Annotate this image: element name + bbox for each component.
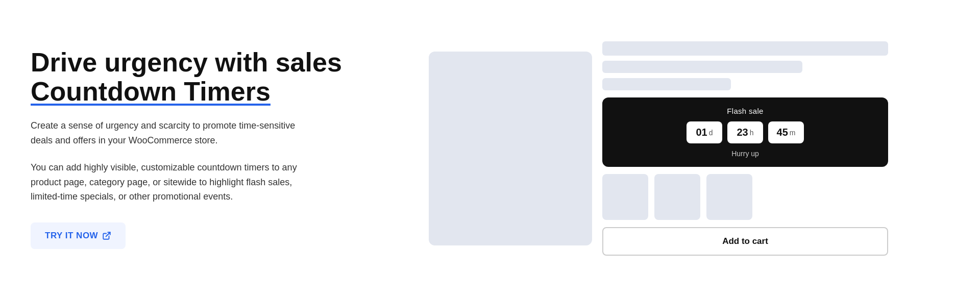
detail-bar-price (602, 61, 802, 73)
timer-days-value: 01 (696, 127, 707, 138)
title-line2: Countdown Timers (31, 77, 271, 106)
svg-line-0 (106, 232, 110, 236)
product-details-column: Flash sale 01 d 23 h 45 m Hurry up (602, 41, 888, 256)
timer-blocks: 01 d 23 h 45 m (687, 121, 804, 143)
thumbnail-row (602, 174, 752, 220)
thumbnail-1 (602, 174, 648, 220)
thumbnail-2 (654, 174, 700, 220)
hurry-up-text: Hurry up (731, 150, 759, 158)
timer-hours-block: 23 h (727, 121, 763, 143)
add-to-cart-button[interactable]: Add to cart (602, 227, 888, 256)
page-container: Drive urgency with sales Countdown Timer… (0, 21, 980, 276)
left-panel: Drive urgency with sales Countdown Timer… (31, 48, 388, 249)
external-link-icon (102, 231, 111, 240)
page-title: Drive urgency with sales Countdown Timer… (31, 48, 388, 106)
timer-days-unit: d (709, 129, 713, 137)
right-panel: Flash sale 01 d 23 h 45 m Hurry up (429, 41, 888, 256)
timer-days-block: 01 d (687, 121, 722, 143)
timer-hours-value: 23 (737, 127, 748, 138)
detail-bar-rating (602, 78, 731, 90)
try-it-now-button[interactable]: TRY IT NOW (31, 222, 126, 249)
timer-minutes-value: 45 (777, 127, 788, 138)
bottom-row (602, 172, 888, 220)
try-button-label: TRY IT NOW (45, 231, 98, 241)
flash-sale-widget: Flash sale 01 d 23 h 45 m Hurry up (602, 97, 888, 167)
timer-minutes-block: 45 m (768, 121, 804, 143)
flash-sale-label: Flash sale (727, 107, 763, 115)
timer-minutes-unit: m (790, 129, 796, 137)
timer-hours-unit: h (750, 129, 754, 137)
description-2: You can add highly visible, customizable… (31, 160, 316, 204)
description-1: Create a sense of urgency and scarcity t… (31, 118, 316, 148)
product-image-placeholder (429, 52, 592, 245)
detail-bar-title (602, 41, 888, 56)
thumbnail-3 (706, 174, 752, 220)
title-line1: Drive urgency with sales (31, 47, 342, 77)
